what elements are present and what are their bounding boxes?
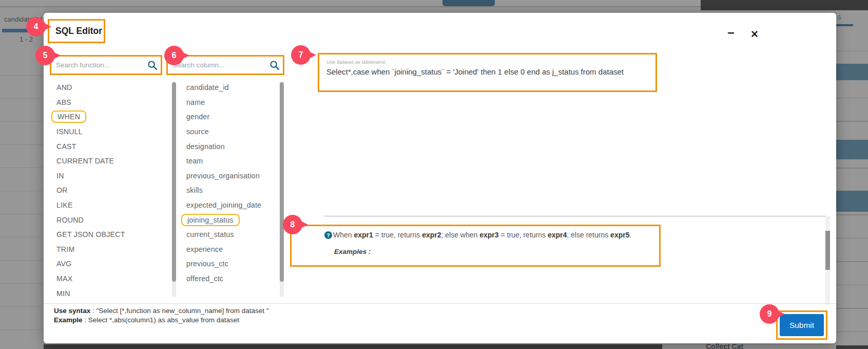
column-item-label: experience bbox=[186, 245, 223, 253]
annotation-marker-6: 6 bbox=[164, 46, 184, 65]
syntax-note: Use syntax : "Select [*,function as new_… bbox=[54, 306, 269, 325]
function-item[interactable]: WHEN bbox=[51, 109, 170, 124]
syntax-line: Use syntax : "Select [*,function as new_… bbox=[54, 306, 269, 316]
example-label: Example bbox=[54, 316, 83, 324]
scrollbar-thumb[interactable] bbox=[172, 82, 176, 282]
search-icon bbox=[269, 60, 280, 71]
annotation-marker-9: 9 bbox=[760, 304, 779, 324]
minimize-icon: − bbox=[727, 26, 735, 40]
column-list: candidate_idnamegendersourcedesignationt… bbox=[181, 80, 279, 297]
function-item[interactable]: MIN bbox=[51, 286, 170, 297]
function-item-label: ABS bbox=[56, 98, 71, 106]
function-item[interactable]: OR bbox=[51, 183, 170, 198]
title-highlight-box: SQL Editor bbox=[48, 19, 105, 43]
query-editor-highlight-box: Use dataset as tablename Select*,case wh… bbox=[318, 53, 657, 92]
column-item-label: current_status bbox=[186, 230, 234, 238]
function-item-label: LIKE bbox=[56, 201, 73, 209]
help-text: When expr1 = true, returns expr2; else w… bbox=[333, 231, 631, 239]
search-icon bbox=[147, 60, 158, 71]
column-item[interactable]: expected_joining_date bbox=[181, 198, 279, 213]
function-list-scrollbar[interactable] bbox=[172, 81, 176, 297]
column-item[interactable]: designation bbox=[181, 139, 279, 154]
column-item[interactable]: team bbox=[181, 154, 279, 169]
query-editor[interactable]: Select*,case when `joining_status` = 'Jo… bbox=[326, 67, 655, 76]
column-item[interactable]: previous_organisation bbox=[181, 169, 279, 183]
column-item-label: team bbox=[186, 157, 203, 165]
column-item[interactable]: current_status bbox=[181, 227, 279, 242]
column-item-label: skills bbox=[186, 186, 203, 194]
search-column-input[interactable] bbox=[168, 61, 269, 69]
question-icon: ? bbox=[324, 231, 332, 239]
column-item-label: previous_organisation bbox=[186, 172, 260, 180]
function-item-label: CURRENT DATE bbox=[56, 157, 114, 165]
column-item-label: candidate_id bbox=[186, 83, 229, 91]
function-item-label: GET JSON OBJECT bbox=[56, 230, 125, 238]
function-item[interactable]: AVG bbox=[51, 256, 170, 271]
editor-help-divider bbox=[324, 216, 825, 216]
column-item[interactable]: gender bbox=[181, 109, 279, 124]
function-list: ANDABSWHENISNULLCASTCURRENT DATEINORLIKE… bbox=[51, 80, 170, 297]
column-item-label: previous_ctc bbox=[186, 260, 228, 268]
column-item-label: designation bbox=[186, 142, 225, 151]
annotation-marker-5: 5 bbox=[35, 46, 55, 65]
function-item[interactable]: TRIM bbox=[51, 242, 170, 257]
footer-divider bbox=[44, 303, 836, 304]
column-item[interactable]: experience bbox=[181, 242, 279, 257]
function-help-line: ? When expr1 = true, returns expr2; else… bbox=[324, 231, 631, 239]
column-item[interactable]: source bbox=[181, 124, 279, 139]
scrollbar-thumb[interactable] bbox=[280, 82, 284, 282]
annotation-marker-4: 4 bbox=[26, 17, 46, 36]
function-item[interactable]: ABS bbox=[51, 95, 170, 110]
column-item[interactable]: candidate_id bbox=[181, 80, 279, 95]
column-item[interactable]: offered_ctc bbox=[181, 271, 279, 286]
search-function-input[interactable] bbox=[51, 61, 147, 69]
function-item-label: ISNULL bbox=[56, 127, 83, 136]
function-search-highlight-box bbox=[50, 55, 162, 75]
function-item[interactable]: CURRENT DATE bbox=[51, 154, 170, 169]
column-list-scrollbar[interactable] bbox=[280, 81, 284, 297]
examples-label: Examples : bbox=[334, 248, 371, 255]
function-item[interactable]: MAX bbox=[51, 271, 170, 286]
sql-editor-dialog: SQL Editor − ✕ bbox=[44, 13, 836, 343]
column-item-label: joining_status bbox=[181, 214, 240, 226]
help-scrollbar-thumb[interactable] bbox=[825, 231, 830, 270]
annotation-marker-7: 7 bbox=[291, 45, 311, 65]
column-item[interactable]: skills bbox=[181, 183, 279, 198]
function-item-label: WHEN bbox=[51, 111, 86, 123]
function-item[interactable]: ROUND bbox=[51, 212, 170, 227]
editor-hint: Use dataset as tablename bbox=[326, 59, 655, 65]
function-item[interactable]: LIKE bbox=[51, 198, 170, 213]
function-item[interactable]: GET JSON OBJECT bbox=[51, 227, 170, 242]
column-item-label: gender bbox=[186, 113, 209, 121]
function-item-label: OR bbox=[56, 186, 68, 194]
function-item-label: AVG bbox=[56, 260, 72, 268]
function-item-label: TRIM bbox=[56, 245, 74, 253]
function-item[interactable]: CAST bbox=[51, 139, 170, 154]
function-item[interactable]: ISNULL bbox=[51, 124, 170, 139]
page: candidate_id 1 - 2 s Collect Cat SQL Edi… bbox=[0, 0, 868, 349]
function-item-label: AND bbox=[56, 83, 72, 91]
function-item-label: ROUND bbox=[56, 216, 84, 224]
column-item-label: name bbox=[186, 98, 205, 106]
submit-button[interactable]: Submit bbox=[780, 314, 824, 336]
column-item-label: offered_ctc bbox=[186, 274, 223, 283]
function-item-label: IN bbox=[56, 172, 64, 180]
function-item[interactable]: AND bbox=[51, 80, 170, 95]
syntax-label: Use syntax bbox=[54, 307, 90, 315]
column-item-label: expected_joining_date bbox=[186, 201, 261, 209]
function-item[interactable]: IN bbox=[51, 169, 170, 183]
example-line: Example : Select *,abs(column1) as abs_v… bbox=[54, 316, 269, 325]
function-item-label: CAST bbox=[56, 142, 76, 151]
column-item[interactable]: joining_status bbox=[181, 212, 279, 227]
close-icon: ✕ bbox=[750, 29, 759, 40]
function-item-label: MAX bbox=[56, 274, 72, 283]
dialog-title: SQL Editor bbox=[55, 26, 102, 36]
column-item-label: source bbox=[186, 127, 209, 136]
column-item[interactable]: name bbox=[181, 95, 279, 110]
close-button[interactable]: ✕ bbox=[748, 27, 761, 41]
minimize-button[interactable]: − bbox=[724, 26, 738, 40]
column-item[interactable]: previous_ctc bbox=[181, 256, 279, 271]
annotation-marker-8: 8 bbox=[283, 215, 302, 234]
function-item-label: MIN bbox=[56, 289, 70, 297]
